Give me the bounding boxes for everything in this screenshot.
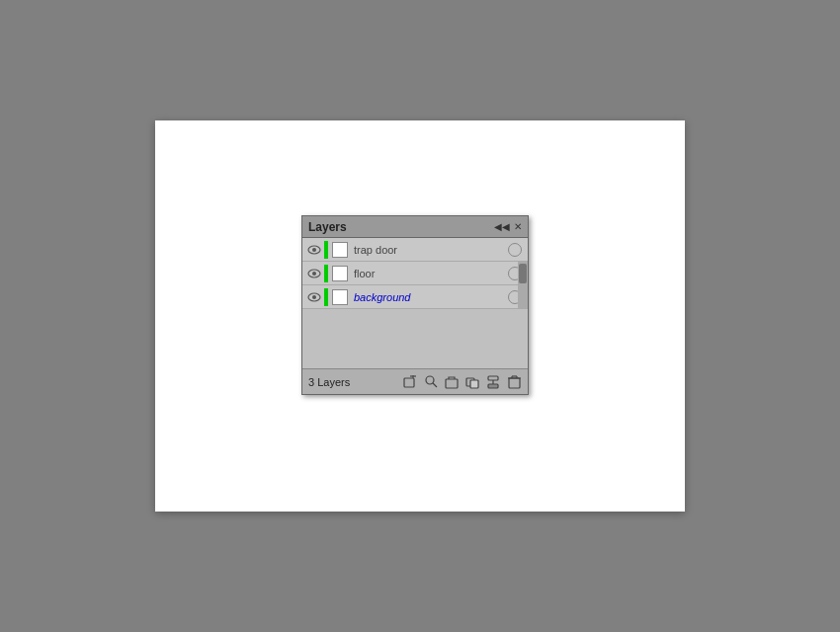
svg-point-5 <box>312 295 316 299</box>
layer-name-floor: floor <box>354 268 508 279</box>
layer-row-background[interactable]: background <box>302 285 528 309</box>
color-bar-trap-door <box>324 241 328 259</box>
svg-rect-14 <box>488 376 498 380</box>
eye-icon-background <box>307 292 321 302</box>
layer-name-trap-door: trap door <box>354 244 508 256</box>
color-bar-floor <box>324 265 328 282</box>
layer-row-trap-door[interactable]: trap door <box>302 238 528 262</box>
search-icon[interactable] <box>423 374 439 390</box>
layer-name-background: background <box>354 291 508 303</box>
scroll-thumb[interactable] <box>519 264 527 283</box>
panel-footer: 3 Layers <box>302 368 528 394</box>
color-bar-background <box>324 288 328 306</box>
layer-thumb-floor <box>332 266 348 281</box>
visibility-toggle-trap-door[interactable] <box>306 242 322 258</box>
layer-count-label: 3 Layers <box>308 376 350 388</box>
visibility-toggle-background[interactable] <box>306 289 322 305</box>
layers-list: trap door floor <box>302 238 528 309</box>
scrollbar[interactable] <box>518 262 528 309</box>
layers-panel: Layers ◀◀ ✕ trap door <box>301 215 529 395</box>
panel-header: Layers ◀◀ ✕ <box>302 216 528 238</box>
layer-thumb-trap-door <box>332 242 348 258</box>
svg-rect-15 <box>488 384 498 388</box>
delete-icon[interactable] <box>506 374 522 390</box>
svg-rect-13 <box>470 380 478 388</box>
visibility-toggle-floor[interactable] <box>306 266 322 281</box>
svg-point-3 <box>312 272 316 276</box>
canvas-area: Layers ◀◀ ✕ trap door <box>155 120 685 512</box>
new-layer-icon[interactable] <box>402 374 418 390</box>
empty-area <box>302 309 528 368</box>
svg-line-10 <box>433 383 437 387</box>
svg-rect-17 <box>509 378 520 388</box>
panel-title: Layers <box>308 220 347 234</box>
collapse-icon[interactable]: ◀◀ <box>494 221 510 232</box>
layer-thumb-background <box>332 289 348 305</box>
merge-icon[interactable] <box>485 374 501 390</box>
eye-icon-trap-door <box>307 245 321 255</box>
layer-options-trap-door[interactable] <box>508 243 522 257</box>
move-icon[interactable] <box>464 374 480 390</box>
close-icon[interactable]: ✕ <box>514 221 522 232</box>
svg-rect-6 <box>404 378 414 387</box>
layer-row-floor[interactable]: floor <box>302 262 528 285</box>
panel-header-icons: ◀◀ ✕ <box>494 221 522 232</box>
footer-icons <box>402 374 522 390</box>
svg-point-9 <box>426 376 434 384</box>
svg-point-1 <box>312 248 316 252</box>
eye-icon-floor <box>307 269 321 278</box>
import-icon[interactable] <box>444 374 460 390</box>
svg-rect-11 <box>446 379 458 388</box>
